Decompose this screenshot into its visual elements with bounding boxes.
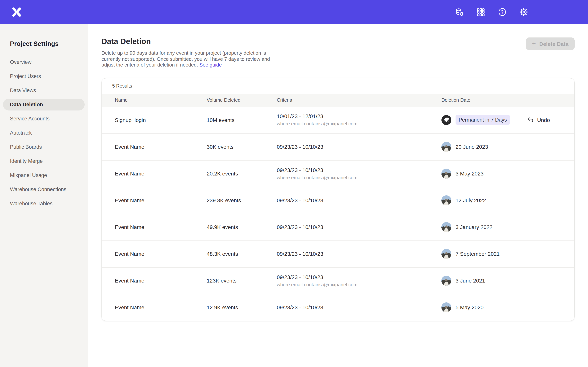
row-volume: 30K events <box>207 144 277 150</box>
results-count: 5 Results <box>102 78 574 93</box>
row-volume: 123K events <box>207 277 277 284</box>
status-badge: Permanent in 7 Days <box>456 115 510 125</box>
column-header-criteria: Criteria <box>277 97 441 103</box>
row-criteria-cell: 09/23/23 - 10/10/23 <box>277 224 441 230</box>
sidebar-item-label: Overview <box>10 59 32 65</box>
table-header-row: Name Volume Deleted Criteria Deletion Da… <box>102 93 574 107</box>
row-criteria: 09/23/23 - 10/10/23 <box>277 197 441 203</box>
row-volume: 48.3K events <box>207 251 277 257</box>
sidebar-item-public-boards[interactable]: Public Boards <box>3 141 85 153</box>
sidebar-item-label: Public Boards <box>10 144 42 150</box>
row-criteria-cell: 09/23/23 - 10/10/23 where email contains… <box>277 274 441 287</box>
sidebar-item-warehouse-connections[interactable]: Warehouse Connections <box>3 184 85 195</box>
row-volume: 12.9K events <box>207 304 277 310</box>
table-row: Event Name 30K events 09/23/23 - 10/10/2… <box>102 133 574 160</box>
row-name: Event Name <box>115 304 207 310</box>
page-header: Data Deletion Delete up to 90 days data … <box>102 37 575 68</box>
topbar-icon-group: ? <box>455 8 528 17</box>
topbar: ? <box>0 0 588 24</box>
row-volume: 49.9K events <box>207 224 277 230</box>
row-criteria: 09/23/23 - 10/10/23 <box>277 144 441 150</box>
svg-text:?: ? <box>501 9 504 15</box>
deletion-table-card: 5 Results Name Volume Deleted Criteria D… <box>102 78 575 321</box>
row-name: Event Name <box>115 251 207 257</box>
sidebar-item-service-accounts[interactable]: Service Accounts <box>3 113 85 125</box>
data-settings-icon[interactable] <box>455 8 464 17</box>
row-criteria-cell: 09/23/23 - 10/10/23 <box>277 197 441 203</box>
row-name: Event Name <box>115 277 207 284</box>
settings-icon[interactable] <box>519 8 528 17</box>
row-criteria-cell: 09/23/23 - 10/10/23 where email contains… <box>277 167 441 180</box>
mixpanel-logo[interactable] <box>11 6 22 18</box>
row-criteria-detail: where email contains @mixpanel.com <box>277 282 441 287</box>
sidebar-nav: Overview Project Users Data Views Data D… <box>0 55 88 211</box>
sidebar-item-data-deletion[interactable]: Data Deletion <box>3 99 85 110</box>
row-deletion-date-cell: 3 January 2022 <box>441 222 574 232</box>
row-deletion-date-cell: 3 June 2021 <box>441 276 574 286</box>
row-name: Signup_login <box>115 117 207 123</box>
deletion-date: 12 July 2022 <box>456 197 486 203</box>
row-volume: 10M events <box>207 117 277 123</box>
sidebar-item-label: Service Accounts <box>10 116 50 122</box>
row-criteria-cell: 09/23/23 - 10/10/23 <box>277 144 441 150</box>
sidebar-item-label: Identity Merge <box>10 158 43 164</box>
user-photo-avatar <box>441 302 451 312</box>
row-name: Event Name <box>115 144 207 150</box>
row-deletion-date-cell: Permanent in 7 Days Undo <box>441 115 574 125</box>
sidebar-item-autotrack[interactable]: Autotrack <box>3 127 85 139</box>
undo-button[interactable]: Undo <box>527 117 550 123</box>
row-criteria: 09/23/23 - 10/10/23 <box>277 274 441 280</box>
page-title: Data Deletion <box>102 37 271 46</box>
sidebar-item-project-users[interactable]: Project Users <box>3 70 85 82</box>
column-header-name: Name <box>115 97 207 103</box>
sidebar-item-mixpanel-usage[interactable]: Mixpanel Usage <box>3 169 85 181</box>
row-name: Event Name <box>115 224 207 230</box>
row-criteria: 09/23/23 - 10/10/23 <box>277 167 441 173</box>
user-photo-avatar <box>441 276 451 286</box>
row-criteria-cell: 09/23/23 - 10/10/23 <box>277 304 441 310</box>
row-criteria: 09/23/23 - 10/10/23 <box>277 224 441 230</box>
row-criteria-detail: where email contains @mixpanel.com <box>277 121 441 126</box>
sidebar-item-label: Warehouse Connections <box>10 187 66 192</box>
delete-data-label: Delete Data <box>539 41 569 47</box>
table-row: Event Name 48.3K events 09/23/23 - 10/10… <box>102 240 574 267</box>
user-photo-avatar <box>441 195 451 205</box>
user-photo-avatar <box>441 142 451 152</box>
sidebar-item-label: Warehouse Tables <box>10 201 52 206</box>
deletion-date: 3 January 2022 <box>456 224 493 230</box>
table-row: Event Name 49.9K events 09/23/23 - 10/10… <box>102 214 574 240</box>
row-criteria-cell: 10/01/23 - 12/01/23 where email contains… <box>277 113 441 126</box>
row-deletion-date-cell: 12 July 2022 <box>441 195 574 205</box>
table-row: Event Name 20.2K events 09/23/23 - 10/10… <box>102 160 574 187</box>
row-volume: 239.3K events <box>207 197 277 203</box>
row-name: Event Name <box>115 170 207 177</box>
sidebar-item-overview[interactable]: Overview <box>3 56 85 68</box>
sidebar: Project Settings Overview Project Users … <box>0 24 88 367</box>
table-row: Signup_login 10M events 10/01/23 - 12/01… <box>102 107 574 133</box>
row-criteria: 09/23/23 - 10/10/23 <box>277 251 441 257</box>
row-deletion-date-cell: 3 May 2023 <box>441 169 574 179</box>
sidebar-item-identity-merge[interactable]: Identity Merge <box>3 155 85 167</box>
apps-grid-icon[interactable] <box>476 8 485 17</box>
column-header-deletion-date: Deletion Date <box>441 97 574 103</box>
sidebar-item-warehouse-tables[interactable]: Warehouse Tables <box>3 198 85 209</box>
table-row: Event Name 123K events 09/23/23 - 10/10/… <box>102 267 574 294</box>
row-name: Event Name <box>115 197 207 203</box>
sidebar-title: Project Settings <box>0 40 88 47</box>
sidebar-item-data-views[interactable]: Data Views <box>3 84 85 96</box>
row-criteria: 10/01/23 - 12/01/23 <box>277 113 441 119</box>
row-deletion-date-cell: 5 May 2020 <box>441 302 574 312</box>
help-icon[interactable]: ? <box>498 8 507 17</box>
row-criteria-detail: where email contains @mixpanel.com <box>277 175 441 180</box>
user-photo-avatar <box>441 169 451 179</box>
delete-data-button[interactable]: + Delete Data <box>526 37 575 50</box>
mixpanel-logo-icon <box>11 7 22 17</box>
row-criteria-cell: 09/23/23 - 10/10/23 <box>277 251 441 257</box>
see-guide-link[interactable]: See guide <box>199 62 222 68</box>
main-content: Data Deletion Delete up to 90 days data … <box>88 24 588 367</box>
page-description-text: Delete up to 90 days data for any event … <box>102 50 270 68</box>
page-description: Delete up to 90 days data for any event … <box>102 50 271 68</box>
deletion-date: 20 June 2023 <box>456 144 488 150</box>
undo-icon <box>527 117 534 123</box>
undo-label: Undo <box>537 117 550 123</box>
